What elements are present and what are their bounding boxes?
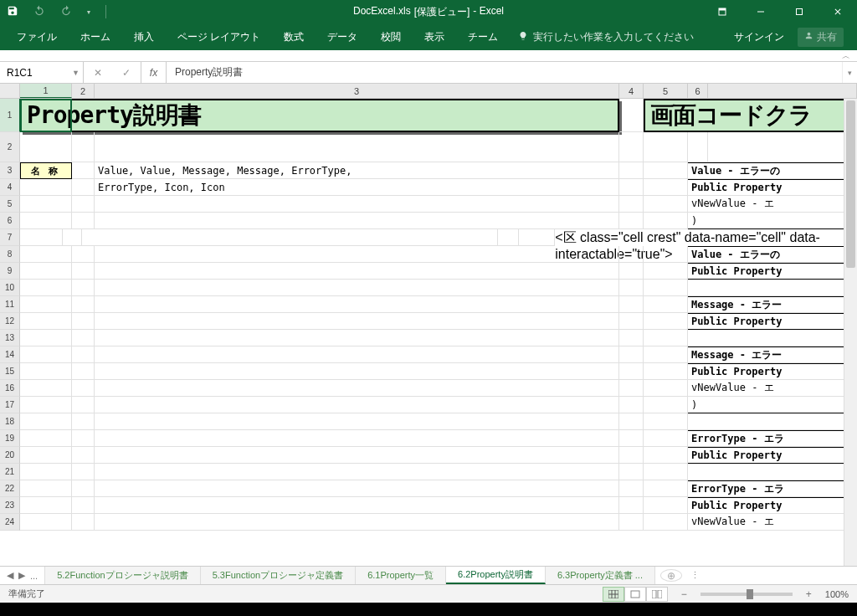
cell[interactable] [619,313,644,330]
title-cell-1[interactable]: Property説明書 [20,99,619,132]
cell[interactable]: Value, Value, Message, Message, ErrorTyp… [95,162,619,179]
tab-insert[interactable]: 挿入 [122,25,166,49]
cell[interactable] [644,162,688,179]
cell[interactable] [20,313,72,330]
cell[interactable] [72,132,95,162]
zoom-slider[interactable] [700,593,793,596]
row-header[interactable]: 18 [0,413,20,430]
title-cell-2[interactable]: 画面コードクラ [644,99,857,132]
cell[interactable] [619,296,644,313]
cell[interactable] [644,132,688,162]
cell[interactable]: vNewValue - エ [688,196,857,213]
cell[interactable] [95,413,619,430]
cell[interactable] [644,179,688,196]
cell[interactable] [644,246,688,263]
signin-link[interactable]: サインイン [734,30,784,44]
cell[interactable] [20,397,72,413]
cell[interactable]: Public Property [688,447,857,464]
cell[interactable] [644,430,688,447]
tab-pagelayout[interactable]: ページ レイアウト [166,25,272,49]
cell[interactable] [644,213,688,229]
cell[interactable]: ErrorType - エラ [688,480,857,497]
row-header[interactable]: 2 [0,132,20,162]
cell[interactable] [644,363,688,380]
sheet-tab[interactable]: 6.1Property一覧 [356,567,446,584]
cell[interactable] [72,363,95,380]
cell[interactable] [20,246,72,263]
row-header[interactable]: 15 [0,363,20,380]
cell[interactable] [20,480,72,497]
cell[interactable] [644,313,688,330]
cell[interactable] [688,413,857,430]
cell[interactable] [619,213,644,229]
zoom-out-icon[interactable]: − [678,588,690,600]
sheet-tab[interactable]: 5.2Functionプロシージャ説明書 [45,567,200,584]
fx-icon[interactable]: fx [141,62,167,83]
cell[interactable] [20,464,72,480]
cell[interactable] [20,497,72,514]
tab-file[interactable]: ファイル [5,25,69,49]
cell[interactable] [619,196,644,213]
cell[interactable]: Public Property [688,313,857,330]
cell[interactable] [95,397,619,413]
tab-team[interactable]: チーム [456,25,510,49]
label-name[interactable]: 名 称 [20,162,72,179]
sheet-tab-active[interactable]: 6.2Property説明書 [446,567,546,584]
sheet-tab[interactable]: 5.3Functionプロシージャ定義書 [201,567,356,584]
cell[interactable] [20,213,72,229]
cell[interactable] [72,179,95,196]
close-icon[interactable] [819,0,857,23]
cell[interactable] [644,413,688,430]
cell[interactable] [20,346,72,363]
tell-me-search[interactable]: 実行したい作業を入力してください [518,30,694,44]
cell[interactable] [619,430,644,447]
sheet-tab[interactable]: 6.3Property定義書 ... [546,567,655,584]
row-header[interactable]: 19 [0,430,20,447]
cell[interactable] [688,280,857,296]
ribbon-display-icon[interactable] [703,0,742,23]
cell[interactable] [644,330,688,346]
cell[interactable] [644,397,688,413]
cell[interactable]: vNewValue - エ [688,514,857,531]
sheet-menu-icon[interactable]: ⋮ [687,567,704,584]
formula-input[interactable]: Property説明書 [167,62,842,83]
cell[interactable] [72,263,95,280]
col-header[interactable]: 5 [644,84,688,98]
normal-view-icon[interactable] [603,587,624,602]
cell[interactable] [72,464,95,480]
cell[interactable] [619,413,644,430]
collapse-ribbon-icon[interactable]: ︿ [842,50,850,62]
cell[interactable] [95,213,619,229]
cell[interactable] [644,346,688,363]
cell[interactable] [95,132,619,162]
cell[interactable]: Public Property [688,363,857,380]
row-header[interactable]: 10 [0,280,20,296]
col-header-rest[interactable] [708,84,857,98]
row-header[interactable]: 4 [0,179,20,196]
cell[interactable] [688,330,857,346]
qat-dropdown-icon[interactable]: ▾ [87,8,90,16]
row-header[interactable]: 9 [0,263,20,280]
row-header[interactable]: 12 [0,313,20,330]
cell[interactable] [63,229,82,246]
cell[interactable] [95,464,619,480]
cell[interactable] [644,497,688,514]
minimize-icon[interactable] [742,0,780,23]
zoom-in-icon[interactable]: + [803,588,815,600]
cell[interactable] [688,464,857,480]
cell[interactable] [619,280,644,296]
tab-formulas[interactable]: 数式 [272,25,316,49]
cell[interactable] [72,480,95,497]
cell[interactable] [72,497,95,514]
cell[interactable]: Value - エラーの [688,162,857,179]
cell[interactable] [95,346,619,363]
cell[interactable] [20,179,72,196]
zoom-knob[interactable] [747,589,753,599]
cell[interactable] [619,447,644,464]
spreadsheet-grid[interactable]: 1 2 3 4 5 6 1 2 3 4 5 6 7 8 9 10 11 12 1… [0,84,857,566]
cell[interactable] [20,413,72,430]
cell[interactable] [619,346,644,363]
cell[interactable] [72,514,95,531]
maximize-icon[interactable] [780,0,819,23]
cell[interactable] [644,464,688,480]
